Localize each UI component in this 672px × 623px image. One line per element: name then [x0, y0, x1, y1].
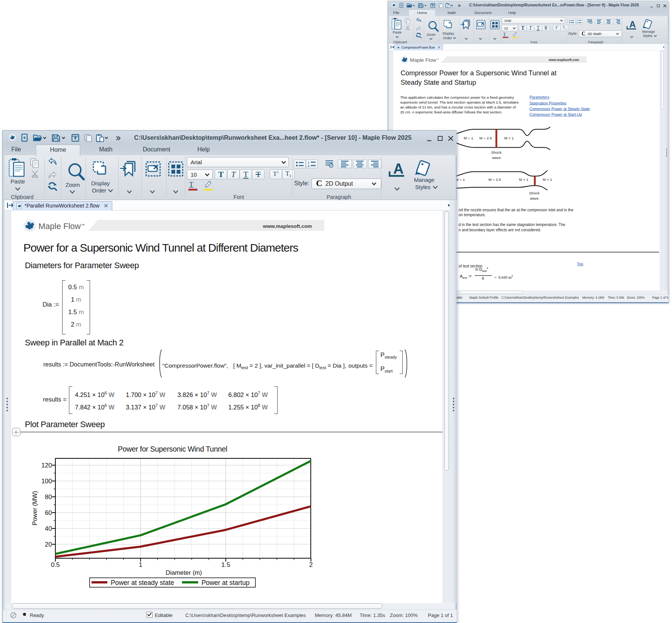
- svg-text:M < 1: M < 1: [504, 136, 514, 140]
- svg-text:2: 2: [309, 561, 313, 568]
- svg-text:0.5: 0.5: [51, 561, 60, 568]
- svg-text:M < 1: M < 1: [543, 177, 552, 182]
- svg-text:M = 2.5: M = 2.5: [480, 136, 492, 140]
- svg-text:M = 1: M = 1: [464, 136, 473, 140]
- svg-text:M > 1: M > 1: [519, 177, 528, 182]
- svg-text:1.5: 1.5: [221, 561, 230, 568]
- svg-text:A: A: [393, 162, 403, 177]
- svg-text:Power at steady state: Power at steady state: [111, 579, 174, 586]
- svg-text:20: 20: [45, 541, 52, 548]
- svg-text:80: 80: [45, 493, 52, 501]
- svg-text:1: 1: [139, 561, 142, 568]
- svg-text:Power (MW): Power (MW): [31, 491, 38, 525]
- svg-text:M = 1: M = 1: [455, 177, 465, 182]
- svg-text:M = 2.5: M = 2.5: [489, 177, 501, 182]
- svg-text:2: 2: [308, 164, 310, 168]
- svg-text:Shock: Shock: [529, 191, 540, 195]
- svg-text:Power for Supersonic Wind Tunn: Power for Supersonic Wind Tunnel: [118, 445, 228, 453]
- svg-text:120: 120: [41, 462, 52, 469]
- svg-text:40: 40: [45, 525, 52, 532]
- svg-text:wave: wave: [492, 156, 501, 160]
- svg-text:Diameter (m): Diameter (m): [166, 569, 202, 576]
- svg-text:1: 1: [576, 20, 577, 21]
- svg-text:Shock: Shock: [491, 150, 502, 154]
- svg-text:wave: wave: [530, 196, 539, 200]
- svg-text:Power at startup: Power at startup: [202, 579, 249, 586]
- svg-text:1: 1: [308, 161, 310, 164]
- svg-text:60: 60: [45, 509, 52, 516]
- svg-text:A: A: [629, 20, 636, 29]
- svg-text:100: 100: [41, 478, 52, 485]
- svg-text:2: 2: [576, 22, 577, 24]
